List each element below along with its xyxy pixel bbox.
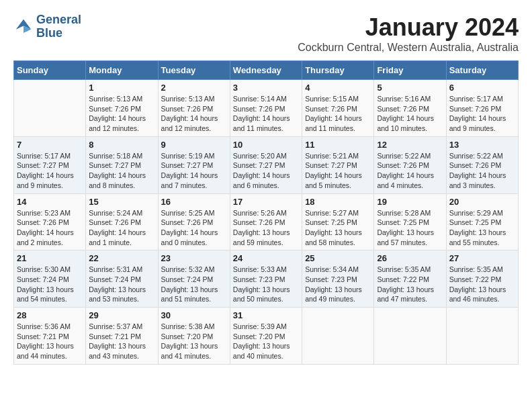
day-info: Sunrise: 5:28 AM Sunset: 7:25 PM Dayligh… (377, 208, 443, 248)
header-sunday: Sunday (14, 61, 86, 80)
day-number: 18 (305, 197, 371, 207)
day-cell: 5Sunrise: 5:16 AM Sunset: 7:26 PM Daylig… (374, 80, 446, 137)
day-cell: 22Sunrise: 5:31 AM Sunset: 7:24 PM Dayli… (86, 250, 158, 308)
calendar-table: SundayMondayTuesdayWednesdayThursdayFrid… (13, 60, 519, 365)
day-cell: 9Sunrise: 5:19 AM Sunset: 7:27 PM Daylig… (158, 136, 230, 193)
day-cell: 6Sunrise: 5:17 AM Sunset: 7:26 PM Daylig… (446, 80, 518, 137)
day-cell: 31Sunrise: 5:39 AM Sunset: 7:20 PM Dayli… (230, 308, 302, 365)
day-number: 20 (449, 197, 515, 207)
day-number: 15 (89, 197, 154, 207)
week-row-4: 21Sunrise: 5:30 AM Sunset: 7:24 PM Dayli… (14, 250, 519, 308)
day-number: 5 (377, 83, 443, 93)
day-number: 14 (17, 197, 83, 207)
location-title: Cockburn Central, Western Australia, Aus… (298, 42, 519, 54)
day-info: Sunrise: 5:36 AM Sunset: 7:21 PM Dayligh… (17, 322, 83, 361)
header-saturday: Saturday (446, 61, 518, 80)
day-info: Sunrise: 5:26 AM Sunset: 7:26 PM Dayligh… (233, 208, 299, 248)
day-cell: 4Sunrise: 5:15 AM Sunset: 7:26 PM Daylig… (302, 80, 374, 137)
day-info: Sunrise: 5:19 AM Sunset: 7:27 PM Dayligh… (161, 151, 227, 191)
day-number: 30 (161, 310, 227, 320)
day-info: Sunrise: 5:14 AM Sunset: 7:26 PM Dayligh… (233, 94, 299, 134)
day-info: Sunrise: 5:35 AM Sunset: 7:22 PM Dayligh… (377, 265, 443, 304)
day-info: Sunrise: 5:20 AM Sunset: 7:27 PM Dayligh… (233, 151, 299, 191)
day-cell: 3Sunrise: 5:14 AM Sunset: 7:26 PM Daylig… (230, 80, 302, 137)
day-info: Sunrise: 5:34 AM Sunset: 7:23 PM Dayligh… (305, 265, 371, 304)
day-number: 29 (89, 310, 154, 320)
header-wednesday: Wednesday (230, 61, 302, 80)
day-number: 8 (89, 140, 154, 150)
day-number: 6 (449, 83, 515, 93)
day-cell: 26Sunrise: 5:35 AM Sunset: 7:22 PM Dayli… (374, 250, 446, 308)
day-cell: 12Sunrise: 5:22 AM Sunset: 7:26 PM Dayli… (374, 136, 446, 193)
day-info: Sunrise: 5:18 AM Sunset: 7:27 PM Dayligh… (89, 151, 154, 191)
day-number: 13 (449, 140, 515, 150)
day-number: 27 (449, 253, 515, 263)
day-number: 22 (89, 253, 154, 263)
logo: General Blue (13, 13, 81, 40)
day-cell: 19Sunrise: 5:28 AM Sunset: 7:25 PM Dayli… (374, 193, 446, 250)
day-info: Sunrise: 5:38 AM Sunset: 7:20 PM Dayligh… (161, 322, 227, 361)
day-number: 24 (233, 253, 299, 263)
day-cell: 25Sunrise: 5:34 AM Sunset: 7:23 PM Dayli… (302, 250, 374, 308)
day-cell: 27Sunrise: 5:35 AM Sunset: 7:22 PM Dayli… (446, 250, 518, 308)
week-row-1: 1Sunrise: 5:13 AM Sunset: 7:26 PM Daylig… (14, 80, 519, 137)
day-cell: 2Sunrise: 5:13 AM Sunset: 7:26 PM Daylig… (158, 80, 230, 137)
day-info: Sunrise: 5:13 AM Sunset: 7:26 PM Dayligh… (161, 94, 227, 134)
day-number: 16 (161, 197, 227, 207)
day-number: 12 (377, 140, 443, 150)
day-info: Sunrise: 5:39 AM Sunset: 7:20 PM Dayligh… (233, 322, 299, 361)
week-row-2: 7Sunrise: 5:17 AM Sunset: 7:27 PM Daylig… (14, 136, 519, 193)
day-number: 17 (233, 197, 299, 207)
day-info: Sunrise: 5:23 AM Sunset: 7:26 PM Dayligh… (17, 208, 83, 248)
calendar-body: 1Sunrise: 5:13 AM Sunset: 7:26 PM Daylig… (14, 80, 519, 365)
header: General Blue January 2024 Cockburn Centr… (13, 13, 519, 54)
day-cell: 14Sunrise: 5:23 AM Sunset: 7:26 PM Dayli… (14, 193, 86, 250)
day-cell: 29Sunrise: 5:37 AM Sunset: 7:21 PM Dayli… (86, 308, 158, 365)
day-info: Sunrise: 5:27 AM Sunset: 7:25 PM Dayligh… (305, 208, 371, 248)
day-info: Sunrise: 5:37 AM Sunset: 7:21 PM Dayligh… (89, 322, 154, 361)
week-row-3: 14Sunrise: 5:23 AM Sunset: 7:26 PM Dayli… (14, 193, 519, 250)
day-info: Sunrise: 5:16 AM Sunset: 7:26 PM Dayligh… (377, 94, 443, 134)
day-info: Sunrise: 5:32 AM Sunset: 7:24 PM Dayligh… (161, 265, 227, 304)
day-cell (446, 308, 518, 365)
day-number: 7 (17, 140, 83, 150)
day-info: Sunrise: 5:35 AM Sunset: 7:22 PM Dayligh… (449, 265, 515, 304)
day-number: 3 (233, 83, 299, 93)
day-cell: 21Sunrise: 5:30 AM Sunset: 7:24 PM Dayli… (14, 250, 86, 308)
calendar-header: SundayMondayTuesdayWednesdayThursdayFrid… (14, 61, 519, 80)
day-number: 25 (305, 253, 371, 263)
day-info: Sunrise: 5:22 AM Sunset: 7:26 PM Dayligh… (449, 151, 515, 191)
day-cell (374, 308, 446, 365)
day-info: Sunrise: 5:29 AM Sunset: 7:25 PM Dayligh… (449, 208, 515, 248)
day-number: 19 (377, 197, 443, 207)
day-cell: 15Sunrise: 5:24 AM Sunset: 7:26 PM Dayli… (86, 193, 158, 250)
logo-text: General Blue (36, 13, 81, 40)
day-info: Sunrise: 5:25 AM Sunset: 7:26 PM Dayligh… (161, 208, 227, 248)
day-cell: 10Sunrise: 5:20 AM Sunset: 7:27 PM Dayli… (230, 136, 302, 193)
day-number: 26 (377, 253, 443, 263)
day-cell: 24Sunrise: 5:33 AM Sunset: 7:23 PM Dayli… (230, 250, 302, 308)
header-monday: Monday (86, 61, 158, 80)
day-cell: 17Sunrise: 5:26 AM Sunset: 7:26 PM Dayli… (230, 193, 302, 250)
day-number: 28 (17, 310, 83, 320)
month-title: January 2024 (298, 13, 519, 42)
day-info: Sunrise: 5:22 AM Sunset: 7:26 PM Dayligh… (377, 151, 443, 191)
day-number: 21 (17, 253, 83, 263)
day-cell: 1Sunrise: 5:13 AM Sunset: 7:26 PM Daylig… (86, 80, 158, 137)
day-number: 23 (161, 253, 227, 263)
day-number: 9 (161, 140, 227, 150)
day-cell: 7Sunrise: 5:17 AM Sunset: 7:27 PM Daylig… (14, 136, 86, 193)
day-cell (14, 80, 86, 137)
day-info: Sunrise: 5:13 AM Sunset: 7:26 PM Dayligh… (89, 94, 154, 134)
day-info: Sunrise: 5:33 AM Sunset: 7:23 PM Dayligh… (233, 265, 299, 304)
day-number: 1 (89, 83, 154, 93)
day-info: Sunrise: 5:17 AM Sunset: 7:26 PM Dayligh… (449, 94, 515, 134)
day-cell: 30Sunrise: 5:38 AM Sunset: 7:20 PM Dayli… (158, 308, 230, 365)
day-info: Sunrise: 5:21 AM Sunset: 7:27 PM Dayligh… (305, 151, 371, 191)
day-cell: 18Sunrise: 5:27 AM Sunset: 7:25 PM Dayli… (302, 193, 374, 250)
day-cell: 23Sunrise: 5:32 AM Sunset: 7:24 PM Dayli… (158, 250, 230, 308)
day-number: 11 (305, 140, 371, 150)
header-row: SundayMondayTuesdayWednesdayThursdayFrid… (14, 61, 519, 80)
day-info: Sunrise: 5:30 AM Sunset: 7:24 PM Dayligh… (17, 265, 83, 304)
day-number: 31 (233, 310, 299, 320)
